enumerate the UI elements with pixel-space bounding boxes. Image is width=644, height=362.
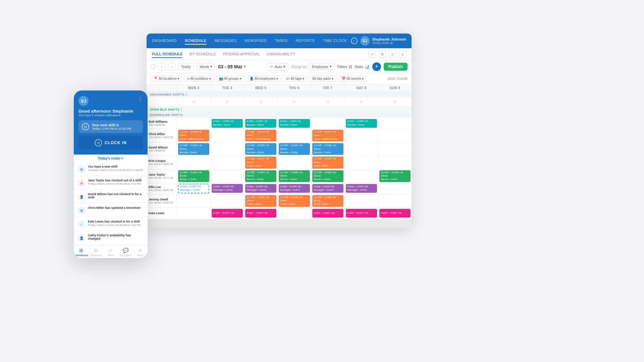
next-week-btn[interactable]: ›: [168, 63, 175, 70]
shift-cell[interactable]: 12:30P - 5:00P• 4h 30minCook • SoHo: [311, 194, 344, 207]
today-button[interactable]: Today: [178, 63, 194, 70]
mobile-menu-dots[interactable]: ⋮: [138, 96, 143, 102]
sub-nav-pending[interactable]: PENDING APPROVAL: [223, 51, 260, 58]
date-range[interactable]: 03 - 09 Mar ▾: [218, 64, 246, 69]
shift-block[interactable]: 9:00A - 5:00P• 8hManager • SoHo: [279, 184, 310, 193]
shift-block[interactable]: 9:00A - 1:00P• 4hBarista • SoHo: [245, 119, 276, 128]
shift-block[interactable]: 12:30P - 5:00P• 4h 30minServer • SoHo: [312, 170, 343, 182]
nav-newsfeed[interactable]: NEWSFEED: [245, 37, 267, 45]
shift-block[interactable]: 12:30P - 5:00P• 4h 30minCook • Williamsb…: [312, 130, 343, 141]
filter-events[interactable]: 📅 All events ▾: [338, 76, 367, 81]
list-item[interactable]: ⊗ Jane Taylor has clocked out of a shift…: [74, 176, 148, 190]
shift-cell[interactable]: 9:00A - 1:00P• 4hBarista • SoHo: [210, 118, 244, 129]
copy-icon[interactable]: ⧉: [379, 51, 386, 58]
shift-block[interactable]: 9:00A - 5:00P• 8hManager • SoHo: [312, 184, 343, 193]
shift-block[interactable]: 12:30P - 5:00P• 4h 30minCook • SoHo: [312, 157, 343, 168]
shift-block-dashed[interactable]: 9:00A - 5:00P• 8hManager • SoHo: [178, 184, 209, 193]
nav-dashboard[interactable]: DASHBOARD: [152, 37, 177, 45]
shift-cell[interactable]: 12:30P - 5:00P• 4h 30minBarista • SoHo: [277, 142, 311, 156]
shift-cell[interactable]: 9:00A - 5:00P• 8hManager • SoHo: [177, 183, 210, 194]
filter-employees[interactable]: 👤 All employees ▾: [247, 76, 281, 81]
filter-day-parts[interactable]: All day parts ▾: [309, 76, 336, 81]
list-item[interactable]: ⊞ Chris Miller has updated a timesheet: [74, 203, 148, 217]
shift-block[interactable]: 12:30P - 5:00P• 4h 30minServer • SoHo: [178, 170, 209, 182]
sub-nav-my-schedule[interactable]: MY SCHEDULE: [189, 51, 216, 58]
shift-block[interactable]: 12:30P - 5:00P• 4h 30minCook • williamsb…: [245, 130, 276, 141]
publish-button[interactable]: Publish: [384, 63, 408, 71]
shift-cell[interactable]: 9:00A - 1:00P• 4hBarista • SoHo: [344, 118, 378, 129]
nav-messages[interactable]: MESSAGES: [215, 37, 237, 45]
shift-block[interactable]: 5:00P - 9:00P• 4h: [379, 209, 411, 218]
shift-block[interactable]: 5:00P - 9:00P• 4h: [245, 209, 276, 218]
shift-cell[interactable]: 12:30P - 5:00P• 4h 30minCook • SoHo: [277, 194, 311, 207]
list-item[interactable]: ⊞ You have a new shift Tuesday • March 1…: [74, 162, 148, 176]
filter-locations[interactable]: 📍 All locations ▾: [151, 76, 182, 81]
shift-cell[interactable]: 9:00A - 5:00P• 8hManager • SoHo: [344, 183, 378, 194]
shift-block[interactable]: 9:00A - 1:00P• 4hBarista • SoHo: [212, 119, 243, 128]
week-selector[interactable]: Week ▾: [197, 63, 215, 70]
download-icon[interactable]: ⤓: [399, 51, 406, 58]
shift-block[interactable]: 12:30P - 5:00P• 4h 30minCook • SoHo: [245, 195, 276, 207]
expand-icon[interactable]: ⤢: [369, 51, 376, 58]
shift-block[interactable]: 12:30P - 5:00P• 4h 30minServer • SoHo: [245, 170, 276, 182]
nav-timeclock[interactable]: TIME CLOCK: [323, 37, 347, 45]
shift-block[interactable]: 9:00A - 5:00P• 8hManager • SoHo: [245, 184, 276, 193]
shift-block[interactable]: 9:00A - 1:00P• 4hBarista • SoHo: [346, 119, 377, 128]
filter-positions[interactable]: ≡ All positions ▾: [184, 76, 214, 81]
shift-cell[interactable]: 5:00P - 9:00P• 4h: [244, 208, 277, 219]
shift-cell[interactable]: 12:30P - 5:00P• 4h 30minServer • SoHo: [378, 170, 412, 183]
nav-schedule[interactable]: SCHEDULE: [185, 37, 207, 45]
shift-block[interactable]: 12:30P - 5:00P• 4h 30minCook • Williamsb…: [178, 130, 209, 141]
filters-button[interactable]: Filters ⊟: [337, 64, 352, 69]
list-item[interactable]: 👤 David Wilson has not clocked in for a …: [74, 190, 148, 203]
shift-cell[interactable]: 5:00P - 9:00P• 4h: [210, 208, 244, 219]
shift-cell[interactable]: 9:00A - 5:00P• 8hManager • SoHo: [244, 183, 277, 194]
filter-groups[interactable]: 👥 All groups ▾: [216, 76, 245, 81]
nav-tasks[interactable]: TASKS: [275, 37, 288, 45]
list-item[interactable]: 👤 Cathy Fisher's availability has change…: [74, 231, 148, 245]
shift-block[interactable]: 12:30P - 5:00P• 4h 30minCook • SoHo: [312, 195, 343, 207]
counts-button[interactable]: ⊟⊟⊟ Counts: [387, 77, 408, 80]
shift-cell[interactable]: 12:30P - 5:00P• 4h 30minCook • SoHo: [244, 156, 277, 169]
shift-cell[interactable]: 12:30P - 5:00P• 4h 30minCook • Williamsb…: [311, 129, 344, 142]
print-icon[interactable]: ⎙: [389, 51, 396, 58]
shift-cell[interactable]: 12:30P - 5:00P• 4h 30minBarista • SoHo: [177, 142, 210, 156]
roster-link[interactable]: Today's roster >: [74, 155, 148, 162]
shift-block[interactable]: 12:30P - 5:00P• 4h 30minBarista • SoHo: [312, 143, 343, 155]
shift-cell[interactable]: 12:30P - 5:00P• 4h 30minServer • SoHo: [311, 170, 344, 183]
shift-block[interactable]: 12:30P - 5:00P• 4h 30minCook • SoHo: [279, 195, 310, 207]
shift-block[interactable]: 12:30P - 5:00P• 4h 30minServer • SoHo: [279, 170, 310, 182]
clock-in-button[interactable]: ⊙ CLOCK IN: [78, 136, 143, 150]
shift-cell[interactable]: 12:30P - 5:00P• 4h 30minBarista • SoHo: [244, 142, 277, 156]
group-by-dropdown[interactable]: Employee ▾: [309, 63, 335, 70]
prev-week-btn[interactable]: ‹: [158, 63, 165, 70]
shift-block[interactable]: 12:30P - 5:00P• 4h 30minServer • SoHo: [379, 170, 411, 182]
nav-reports[interactable]: REPORTS: [296, 37, 315, 45]
shift-cell[interactable]: 12:30P - 5:00P• 4h 30minCook • Williamsb…: [177, 129, 210, 142]
list-item[interactable]: ✓ Kate Lewis has clocked in for a shift …: [74, 217, 148, 231]
shift-block[interactable]: 9:00A - 1:00P• 4hBarista • SoHo: [279, 119, 310, 128]
shift-cell[interactable]: 9:00A - 5:00P• 8hManager • SoHo: [277, 183, 311, 194]
shift-cell[interactable]: 12:30P - 5:00P• 4h 30minCook • SoHo: [311, 156, 344, 169]
shift-block[interactable]: 5:00P - 9:00P• 4h: [212, 209, 243, 218]
select-all-checkbox[interactable]: [151, 64, 155, 69]
shift-block[interactable]: 9:00A - 5:00P• 8hManager • SoHo: [212, 184, 243, 193]
shift-cell[interactable]: 5:00P - 9:00P• 4h: [378, 208, 412, 219]
shift-cell[interactable]: 5:00P - 9:00P• 4h: [311, 208, 344, 219]
shift-cell[interactable]: 9:00A - 1:00P• 4hBarista • SoHo: [277, 118, 311, 129]
filter-tags[interactable]: 🏷 All tags ▾: [283, 76, 307, 81]
stats-button[interactable]: Stats 📊: [355, 64, 370, 69]
shift-block[interactable]: 5:00P - 9:00P• 4h: [346, 209, 377, 218]
shift-cell[interactable]: 12:30P - 5:00P• 4h 30minServer • SoHo: [277, 170, 311, 183]
auto-button[interactable]: ✏ Auto ▾: [267, 63, 289, 70]
mobile-nav-dashboard[interactable]: ⊞ Dashboard: [74, 248, 89, 257]
mobile-nav-messages[interactable]: 💬 Messages: [118, 248, 133, 257]
info-icon[interactable]: i: [351, 38, 358, 44]
shift-cell[interactable]: 12:30P - 5:00P• 4h 30minServer • SoHo: [177, 170, 210, 183]
shift-cell[interactable]: 5:00P - 9:00P• 4h: [344, 208, 378, 219]
shift-block[interactable]: 5:00P - 9:00P• 4h: [312, 209, 343, 218]
shift-block[interactable]: 9:00A - 5:00P• 8hManager • SoHo: [346, 184, 377, 193]
shift-cell[interactable]: 9:00A - 5:00P• 8hManager • SoHo: [210, 183, 244, 194]
shift-cell[interactable]: 12:30P - 5:00P• 4h 30minBarista • SoHo: [311, 142, 344, 156]
add-shift-button[interactable]: +: [372, 62, 381, 71]
